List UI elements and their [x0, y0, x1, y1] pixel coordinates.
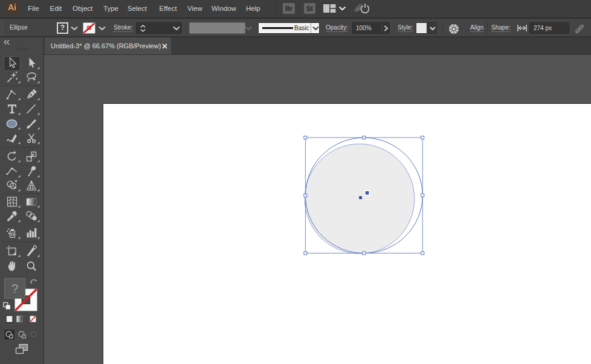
svg-text:?: ?: [11, 281, 19, 295]
